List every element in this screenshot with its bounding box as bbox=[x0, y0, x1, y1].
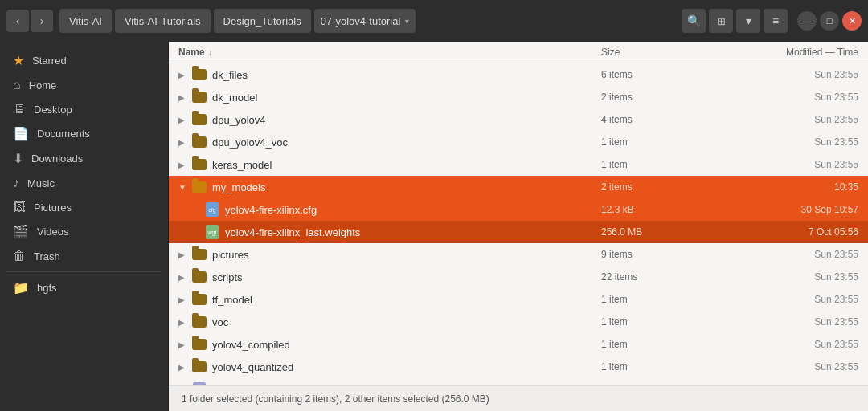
downloads-icon: ⬇ bbox=[13, 151, 23, 166]
expand-icon: ▶ bbox=[178, 363, 191, 372]
home-icon: ⌂ bbox=[13, 78, 21, 92]
table-row[interactable]: ▶ dk_files 6 items Sun 23:55 bbox=[169, 63, 868, 86]
expand-icon: ▶ bbox=[178, 138, 191, 147]
file-date: Sun 23:55 bbox=[698, 136, 858, 148]
file-date: Sun 23:55 bbox=[698, 271, 858, 283]
table-row[interactable]: ▶ yolov4_quantized 1 item Sun 23:55 bbox=[169, 356, 868, 378]
music-icon: ♪ bbox=[13, 176, 19, 190]
hamburger-icon: ≡ bbox=[772, 14, 779, 27]
sort-arrow-icon: ↓ bbox=[208, 48, 212, 57]
folder-icon bbox=[191, 134, 207, 150]
breadcrumb-design[interactable]: Design_Tutorials bbox=[214, 9, 311, 33]
table-row-selected-weights[interactable]: wgt yolov4-fire-xilinx_last.weights 256.… bbox=[169, 221, 868, 243]
table-row[interactable]: ▶ dpu_yolov4_voc 1 item Sun 23:55 bbox=[169, 131, 868, 153]
toolbar-actions: 🔍 ⊞ ▾ ≡ bbox=[682, 9, 788, 33]
table-row[interactable]: ▶ keras_model 1 item Sun 23:55 bbox=[169, 153, 868, 176]
table-row-selected[interactable]: cfg yolov4-fire-xilinx.cfg 12.3 kB 30 Se… bbox=[169, 198, 868, 221]
file-size: 2 items bbox=[601, 181, 698, 193]
sidebar-item-downloads[interactable]: ⬇ Downloads bbox=[0, 146, 168, 171]
table-row[interactable]: lic LICENSE 11.3 kB Sun 23:55 bbox=[169, 378, 868, 385]
status-bar: 1 folder selected (containing 2 items), … bbox=[169, 385, 868, 411]
file-date: Sun 23:55 bbox=[698, 361, 858, 372]
expand-icon: ▼ bbox=[178, 183, 191, 192]
search-button[interactable]: 🔍 bbox=[682, 9, 706, 33]
col-modified-label: Modified — Time bbox=[698, 47, 858, 58]
file-name: dk_model bbox=[212, 92, 601, 104]
table-row[interactable]: ▶ yolov4_compiled 1 item Sun 23:55 bbox=[169, 333, 868, 356]
file-name: scripts bbox=[212, 271, 601, 283]
sidebar-label-desktop: Desktop bbox=[34, 104, 72, 116]
table-row[interactable]: ▶ pictures 9 items Sun 23:55 bbox=[169, 243, 868, 266]
file-date: Sun 23:55 bbox=[698, 339, 858, 350]
close-button[interactable]: ✕ bbox=[842, 11, 862, 31]
sidebar-item-pictures[interactable]: 🖼 Pictures bbox=[0, 195, 168, 219]
file-size: 1 item bbox=[601, 159, 698, 170]
grid-icon: ⊞ bbox=[717, 15, 726, 27]
file-size: 9 items bbox=[601, 249, 698, 260]
sidebar-item-videos[interactable]: 🎬 Videos bbox=[0, 219, 168, 244]
sidebar-item-documents[interactable]: 📄 Documents bbox=[0, 121, 168, 146]
search-icon: 🔍 bbox=[687, 14, 701, 27]
sidebar-item-desktop[interactable]: 🖥 Desktop bbox=[0, 97, 168, 121]
sidebar-item-music[interactable]: ♪ Music bbox=[0, 171, 168, 195]
file-name: tf_model bbox=[212, 294, 601, 306]
file-size: 22 items bbox=[601, 271, 698, 283]
expand-icon: ▶ bbox=[178, 340, 191, 349]
column-headers: Name ↓ Size Modified — Time bbox=[169, 42, 868, 63]
file-size: 256.0 MB bbox=[601, 226, 698, 238]
file-name: yolov4-fire-xilinx_last.weights bbox=[225, 226, 601, 238]
hgfs-icon: 📁 bbox=[13, 280, 29, 295]
table-row[interactable]: ▶ dk_model 2 items Sun 23:55 bbox=[169, 86, 868, 108]
file-name: yolov4-fire-xilinx.cfg bbox=[225, 204, 601, 216]
folder-icon bbox=[191, 89, 207, 105]
grid-view-button[interactable]: ⊞ bbox=[709, 9, 733, 33]
file-name: yolov4_compiled bbox=[212, 339, 601, 351]
file-date: Sun 23:55 bbox=[698, 114, 858, 125]
sidebar-label-pictures: Pictures bbox=[34, 201, 72, 214]
menu-button[interactable]: ≡ bbox=[764, 9, 788, 33]
file-date: Sun 23:55 bbox=[698, 316, 858, 328]
view-options-button[interactable]: ▾ bbox=[736, 9, 760, 33]
trash-icon: 🗑 bbox=[13, 249, 26, 263]
expand-icon: ▶ bbox=[178, 318, 191, 327]
view-dropdown-icon: ▾ bbox=[746, 14, 751, 27]
file-name: pictures bbox=[212, 249, 601, 261]
file-date: Sun 23:55 bbox=[698, 92, 858, 103]
folder-icon bbox=[191, 67, 207, 83]
table-row[interactable]: ▶ scripts 22 items Sun 23:55 bbox=[169, 266, 868, 288]
table-row[interactable]: ▶ dpu_yolov4 4 items Sun 23:55 bbox=[169, 108, 868, 131]
expand-icon: ▶ bbox=[178, 273, 191, 282]
breadcrumb-tutorials[interactable]: Vitis-AI-Tutorials bbox=[115, 9, 211, 33]
sidebar-label-trash: Trash bbox=[34, 250, 60, 262]
file-date: Sun 23:55 bbox=[698, 69, 858, 80]
forward-button[interactable]: › bbox=[31, 10, 53, 32]
back-button[interactable]: ‹ bbox=[6, 10, 29, 32]
sidebar-item-trash[interactable]: 🗑 Trash bbox=[0, 244, 168, 268]
table-row[interactable]: ▶ tf_model 1 item Sun 23:55 bbox=[169, 288, 868, 311]
folder-icon bbox=[191, 246, 207, 262]
maximize-button[interactable]: □ bbox=[820, 11, 839, 31]
status-text: 1 folder selected (containing 2 items), … bbox=[182, 393, 489, 405]
expand-icon: ▶ bbox=[178, 161, 191, 169]
desktop-icon: 🖥 bbox=[13, 102, 26, 116]
file-size: 1 item bbox=[601, 294, 698, 305]
sidebar-item-hgfs[interactable]: 📁 hgfs bbox=[0, 275, 168, 300]
sidebar-item-home[interactable]: ⌂ Home bbox=[0, 73, 168, 97]
file-size: 2 items bbox=[601, 92, 698, 103]
file-name: dpu_yolov4_voc bbox=[212, 136, 601, 149]
expand-icon: ▶ bbox=[178, 71, 191, 79]
table-row-selected[interactable]: ▼ my_models 2 items 10:35 bbox=[169, 176, 868, 198]
minimize-button[interactable]: — bbox=[797, 11, 817, 31]
sidebar-label-hgfs: hgfs bbox=[37, 282, 57, 294]
breadcrumb-vitis-ai[interactable]: Vitis-AI bbox=[59, 9, 112, 33]
table-row[interactable]: ▶ voc 1 item Sun 23:55 bbox=[169, 311, 868, 333]
col-name-label: Name bbox=[178, 47, 205, 58]
folder-icon bbox=[191, 336, 207, 352]
file-date: Sun 23:55 bbox=[698, 159, 858, 170]
expand-icon: ▶ bbox=[178, 93, 191, 102]
sidebar-item-starred[interactable]: ★ Starred bbox=[0, 48, 168, 73]
titlebar: ‹ › Vitis-AI Vitis-AI-Tutorials Design_T… bbox=[0, 0, 868, 42]
starred-icon: ★ bbox=[13, 53, 24, 68]
folder-icon bbox=[191, 179, 207, 195]
breadcrumb-yolov4[interactable]: 07-yolov4-tutorial ▾ bbox=[314, 9, 416, 33]
